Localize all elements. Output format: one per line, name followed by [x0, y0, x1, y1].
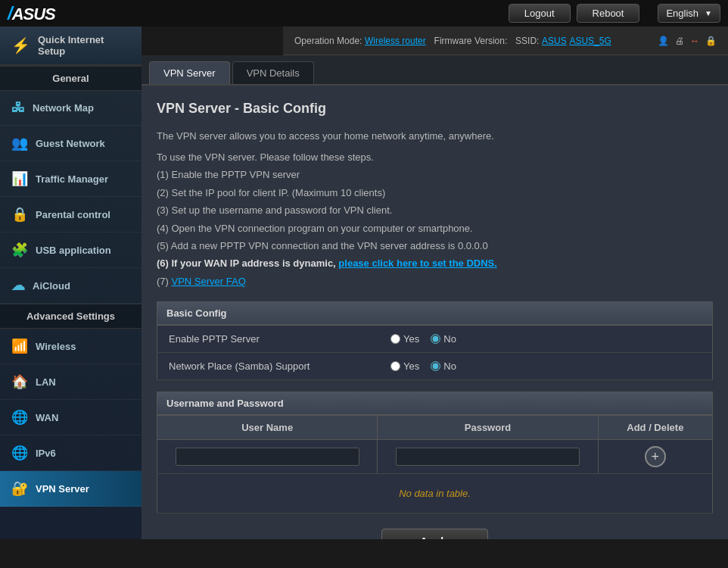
sidebar-item-label: Parental control	[36, 209, 110, 220]
network-place-no-label[interactable]: No	[431, 360, 456, 372]
apply-button[interactable]: Apply	[381, 529, 488, 539]
usb-application-icon: 🧩	[11, 242, 28, 258]
basic-config-header: Basic Config	[157, 301, 713, 325]
sidebar-item-guest-network[interactable]: 👥 Guest Network	[0, 126, 142, 161]
network-place-options: Yes No	[379, 353, 712, 380]
logo: /ASUS	[8, 3, 55, 24]
username-input[interactable]	[176, 448, 359, 466]
enable-pptp-options: Yes No	[379, 326, 712, 353]
sidebar-item-lan[interactable]: 🏠 LAN	[0, 364, 142, 400]
sidebar: ⚡ Quick Internet Setup General 🖧 Network…	[0, 27, 142, 539]
main-layout: ⚡ Quick Internet Setup General 🖧 Network…	[0, 27, 728, 539]
tab-vpn-server[interactable]: VPN Server	[149, 61, 230, 84]
enable-pptp-no-label[interactable]: No	[431, 333, 456, 345]
sidebar-item-quick-internet-setup[interactable]: ⚡ Quick Internet Setup	[0, 27, 142, 66]
network-place-yes-radio[interactable]	[390, 361, 400, 371]
sidebar-item-wireless[interactable]: 📶 Wireless	[0, 329, 142, 364]
ssid-asus-5g[interactable]: ASUS_5G	[569, 36, 611, 46]
sidebar-item-parental-control[interactable]: 🔒 Parental control	[0, 197, 142, 233]
wan-icon: 🌐	[11, 409, 28, 426]
enable-pptp-yes-label[interactable]: Yes	[390, 333, 419, 345]
logout-button[interactable]: Logout	[509, 4, 571, 23]
lock-icon: 🔒	[705, 36, 717, 46]
guest-network-icon: 👥	[11, 135, 28, 151]
enable-pptp-no-radio[interactable]	[431, 334, 440, 344]
username-input-cell	[157, 440, 378, 474]
reboot-button[interactable]: Reboot	[577, 4, 640, 23]
content-area: VPN Server VPN Details VPN Server - Basi…	[142, 55, 728, 539]
enable-pptp-yes-radio[interactable]	[390, 334, 400, 344]
topbar: /ASUS Logout Reboot English ▼	[0, 0, 728, 27]
sidebar-item-traffic-manager[interactable]: 📊 Traffic Manager	[0, 161, 142, 197]
sidebar-item-aicloud[interactable]: ☁ AiCloud	[0, 268, 142, 304]
username-password-header: Username and Password	[157, 392, 713, 415]
table-input-row: +	[157, 440, 713, 474]
step-intro: To use the VPN server. Please follow the…	[157, 148, 713, 166]
step-4: (4) Open the VPN connection program on y…	[157, 220, 713, 237]
vpn-faq-link[interactable]: VPN Server FAQ	[172, 276, 246, 287]
add-delete-cell: +	[598, 440, 712, 474]
sidebar-item-label: AiCloud	[33, 280, 70, 292]
operation-mode-label: Operation Mode:	[294, 36, 362, 46]
firmware-label: Firmware Version:	[434, 36, 508, 46]
content-inner: VPN Server - Basic Config The VPN server…	[142, 86, 728, 539]
ddns-link[interactable]: please click here to set the DDNS.	[338, 257, 497, 269]
no-data-text: No data in table.	[165, 480, 705, 507]
quick-setup-label: Quick Internet Setup	[38, 34, 130, 57]
tab-vpn-details[interactable]: VPN Details	[232, 61, 314, 84]
sidebar-item-label: VPN Server	[36, 483, 89, 495]
sidebar-item-label: Wireless	[36, 341, 76, 352]
enable-pptp-no-text: No	[443, 333, 456, 345]
step-5: (5) Add a new PPTP VPN connection and th…	[157, 237, 713, 254]
aicloud-icon: ☁	[11, 277, 25, 294]
step-1: (1) Enable the PPTP VPN server	[157, 166, 713, 183]
user-icon: 👤	[658, 36, 669, 46]
language-selector[interactable]: English ▼	[658, 4, 720, 23]
password-input[interactable]	[396, 448, 580, 466]
quick-setup-icon: ⚡	[11, 36, 30, 55]
col-password: Password	[378, 416, 598, 440]
network-place-row: Network Place (Samba) Support Yes No	[157, 353, 713, 380]
sidebar-item-label: USB application	[36, 245, 111, 256]
add-button[interactable]: +	[645, 446, 666, 467]
sidebar-item-usb-application[interactable]: 🧩 USB application	[0, 233, 142, 268]
sidebar-item-label: Network Map	[33, 102, 94, 114]
share-icon: ↔	[690, 36, 699, 46]
sidebar-item-wan[interactable]: 🌐 WAN	[0, 400, 142, 435]
copy-icon: 🖨	[675, 36, 684, 46]
network-place-label: Network Place (Samba) Support	[157, 353, 380, 380]
ssid-asus[interactable]: ASUS	[542, 36, 567, 46]
sidebar-item-label: WAN	[36, 412, 58, 423]
page-title: VPN Server - Basic Config	[157, 101, 713, 117]
network-place-yes-text: Yes	[403, 360, 419, 372]
traffic-manager-icon: 📊	[11, 170, 28, 187]
sidebar-item-label: LAN	[36, 376, 56, 388]
language-label: English	[666, 8, 698, 19]
step-6: (6) If your WAN IP address is dynamic, p…	[157, 254, 713, 272]
network-place-yes-label[interactable]: Yes	[390, 360, 419, 372]
col-add-delete: Add / Delete	[598, 416, 712, 440]
statusbar: Operation Mode: Wireless router Firmware…	[283, 27, 728, 55]
operation-mode-value[interactable]: Wireless router	[365, 36, 426, 46]
right-panel: Operation Mode: Wireless router Firmware…	[142, 27, 728, 539]
lan-icon: 🏠	[11, 373, 28, 390]
network-map-icon: 🖧	[11, 100, 25, 116]
network-place-no-radio[interactable]	[431, 361, 440, 371]
ipv6-icon: 🌐	[11, 445, 28, 461]
sidebar-item-label: IPv6	[36, 448, 56, 459]
apply-section: Apply	[157, 529, 713, 539]
enable-pptp-label: Enable PPTP Server	[157, 326, 380, 353]
no-data-row: No data in table.	[157, 474, 713, 513]
enable-pptp-radio-group: Yes No	[390, 333, 701, 345]
tabs-bar: VPN Server VPN Details	[142, 55, 728, 86]
sidebar-item-ipv6[interactable]: 🌐 IPv6	[0, 435, 142, 471]
sidebar-item-vpn-server[interactable]: 🔐 VPN Server	[0, 471, 142, 507]
parental-control-icon: 🔒	[11, 206, 28, 223]
sidebar-item-network-map[interactable]: 🖧 Network Map	[0, 91, 142, 126]
chevron-down-icon: ▼	[705, 9, 712, 17]
steps: To use the VPN server. Please follow the…	[157, 148, 713, 290]
step-7: (7) VPN Server FAQ	[157, 273, 713, 290]
no-data-cell: No data in table.	[157, 474, 713, 513]
step-3: (3) Set up the username and password for…	[157, 201, 713, 219]
username-password-table: User Name Password Add / Delete	[157, 415, 713, 513]
